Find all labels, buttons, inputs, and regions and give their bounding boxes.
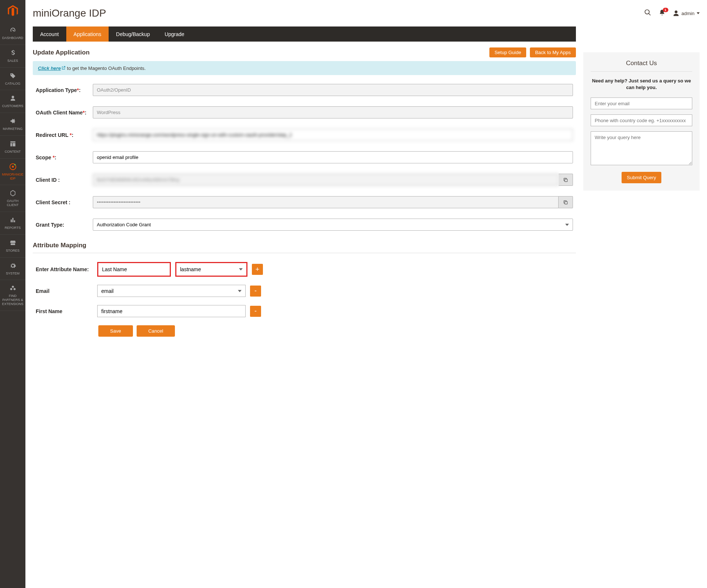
client-secret-label: Client Secret : [36,199,93,205]
copy-client-secret-button[interactable] [559,196,573,208]
gear-icon [10,261,16,270]
client-name-input[interactable] [93,106,573,118]
bar-chart-icon [10,216,16,224]
notification-badge: 1 [663,8,668,12]
tab-account[interactable]: Account [33,26,66,42]
contact-email-input[interactable] [591,98,692,109]
client-name-label: OAuth Client Name*: [36,110,93,116]
info-banner: Click here to get the Magento OAuth Endp… [33,61,576,75]
page-title: miniOrange IDP [33,7,106,19]
miniorange-icon [9,162,17,171]
user-icon [673,10,679,17]
scope-input[interactable] [93,151,573,163]
external-link-icon [61,66,66,70]
chevron-down-icon [697,12,700,14]
section-title: Update Application [33,49,89,56]
bullhorn-icon [10,117,16,125]
copy-icon [563,200,568,205]
tab-bar: Account Applications Debug/Backup Upgrad… [33,26,576,42]
scope-label: Scope *: [36,155,93,160]
svg-point-2 [14,164,15,165]
attr-map-select[interactable]: lastname [175,262,247,277]
sidebar-label: SYSTEM [4,272,21,276]
gauge-icon [9,26,17,35]
copy-client-id-button[interactable] [559,174,573,186]
attr-remove-button[interactable]: - [250,306,261,317]
svg-point-1 [12,166,14,168]
client-secret-input[interactable] [93,196,559,208]
sidebar-item-catalog[interactable]: CATALOG [0,68,25,91]
attr-email-select[interactable]: email [97,285,246,297]
tab-applications[interactable]: Applications [66,26,109,42]
sidebar-label: STORES [4,249,21,253]
app-type-input[interactable] [93,84,573,96]
attr-remove-button[interactable]: - [250,286,261,297]
save-button[interactable]: Save [98,325,133,337]
endpoints-link[interactable]: Click here [38,65,66,71]
sidebar-item-sales[interactable]: SALES [0,45,25,68]
sidebar-item-marketing[interactable]: MARKETING [0,113,25,136]
attr-firstname-input[interactable] [97,305,246,317]
sidebar-label: REPORTS [3,226,22,230]
sidebar-label: CONTENT [3,150,22,154]
tab-debug-backup[interactable]: Debug/Backup [109,26,157,42]
attr-row-label-email: Email [36,288,93,294]
admin-sidebar: DASHBOARD SALES CATALOG CUSTOMERS MARKET… [0,0,25,588]
svg-point-3 [645,10,649,14]
enter-attr-label: Enter Attribute Name: [36,266,93,272]
search-button[interactable] [644,9,651,18]
back-to-apps-button[interactable]: Back to My Apps [530,47,576,57]
sidebar-item-customers[interactable]: CUSTOMERS [0,90,25,113]
layout-icon [10,139,16,148]
sidebar-label: OAUTH CLIENT [1,199,25,207]
banner-text: to get the Magento OAuth Endpoints. [66,65,146,71]
sidebar-item-stores[interactable]: STORES [0,235,25,258]
cancel-button[interactable]: Cancel [137,325,175,337]
sidebar-label: miniOrange IDP [1,173,25,181]
app-type-label: Application Type*: [36,87,93,93]
notifications-button[interactable]: 1 [659,9,665,17]
contact-phone-input[interactable] [591,114,692,126]
user-menu[interactable]: admin [673,10,700,17]
attr-name-input[interactable] [97,262,171,277]
contact-query-textarea[interactable] [591,131,692,165]
sidebar-label: DASHBOARD [1,36,25,40]
sidebar-label: CATALOG [4,82,22,86]
person-icon [10,94,16,103]
tab-upgrade[interactable]: Upgrade [157,26,192,42]
store-icon [10,238,16,247]
client-id-label: Client ID : [36,177,93,183]
attr-add-button[interactable]: + [252,264,263,275]
magento-logo[interactable] [0,0,25,22]
sidebar-label: CUSTOMERS [1,104,25,108]
application-form: Application Type*: OAuth Client Name*: R… [33,84,576,231]
hexagon-icon [10,189,16,198]
sidebar-label: MARKETING [1,127,24,131]
sidebar-item-dashboard[interactable]: DASHBOARD [0,22,25,45]
sidebar-label: FIND PARTNERS & EXTENSIONS [1,294,25,306]
redirect-url-label: Redirect URL *: [36,132,93,138]
sidebar-label: SALES [6,59,20,63]
grant-type-select[interactable]: Authorization Code Grant [93,219,573,231]
sidebar-item-miniorange-idp[interactable]: miniOrange IDP [0,159,25,185]
client-id-input[interactable] [93,174,559,186]
setup-guide-button[interactable]: Setup Guide [489,47,526,57]
contact-card: Contact Us Need any help? Just send us a… [583,52,700,191]
boxes-icon [10,284,16,293]
main-content: miniOrange IDP 1 admin [25,0,707,588]
redirect-url-input[interactable] [93,129,573,141]
attr-row-label-firstname: First Name [36,308,93,314]
grant-type-label: Grant Type: [36,222,93,228]
sidebar-item-reports[interactable]: REPORTS [0,212,25,235]
contact-subtitle: Need any help? Just send us a query so w… [591,78,692,91]
sidebar-item-oauth-client[interactable]: OAUTH CLIENT [0,185,25,212]
sidebar-item-partners[interactable]: FIND PARTNERS & EXTENSIONS [0,280,25,311]
sidebar-item-content[interactable]: CONTENT [0,136,25,159]
sidebar-item-system[interactable]: SYSTEM [0,258,25,280]
contact-submit-button[interactable]: Submit Query [622,172,661,183]
contact-title: Contact Us [591,60,692,72]
attr-mapping-title: Attribute Mapping [33,242,576,253]
search-icon [644,9,651,16]
tag-icon [10,71,16,80]
dollar-icon [10,49,16,57]
